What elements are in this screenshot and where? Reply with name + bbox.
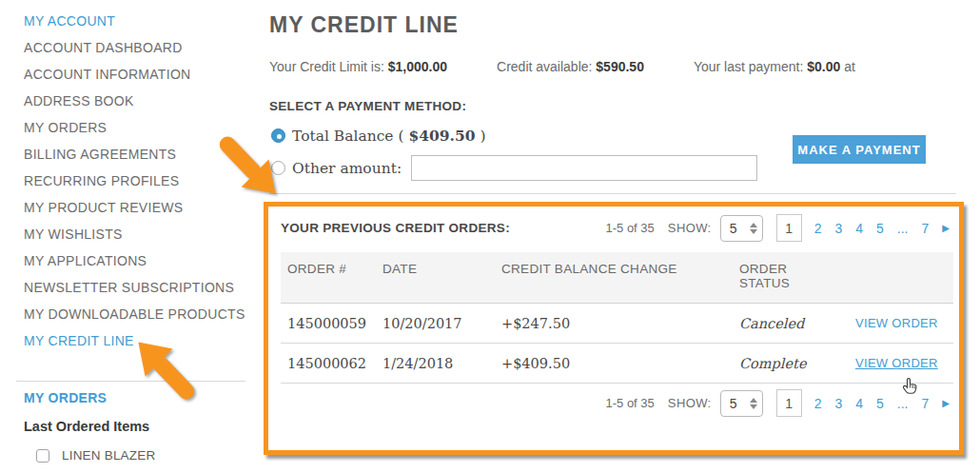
pager-bottom: 1-5 of 35 SHOW: 5 1 2 3 4 5 ... 7 ▶	[605, 389, 950, 417]
pager-range: 1-5 of 35	[605, 221, 654, 235]
pager-range: 1-5 of 35	[605, 396, 654, 410]
sidebar-item-my-applications[interactable]: MY APPLICATIONS	[24, 247, 262, 274]
cell-status: Complete	[733, 356, 849, 371]
sidebar-item-account-information[interactable]: ACCOUNT INFORMATION	[24, 61, 262, 88]
other-amount-input[interactable]	[411, 155, 757, 181]
orders-toolbar-bottom: 1-5 of 35 SHOW: 5 1 2 3 4 5 ... 7 ▶	[281, 389, 950, 417]
payment-method-heading: SELECT A PAYMENT METHOD:	[269, 99, 466, 113]
page-current: 1	[776, 214, 802, 242]
page-link-2[interactable]: 2	[814, 396, 822, 411]
page-link-3[interactable]: 3	[834, 221, 842, 236]
content-divider	[269, 193, 956, 194]
sidebar-item-account-dashboard[interactable]: ACCOUNT DASHBOARD	[24, 34, 262, 61]
cell-order-number: 145000062	[281, 356, 376, 371]
last-ordered-item-row: LINEN BLAZER	[36, 448, 155, 463]
total-balance-suffix: )	[480, 128, 485, 145]
credit-available: Credit available: $590.50	[497, 59, 644, 74]
page-link-5[interactable]: 5	[876, 221, 884, 236]
cell-change: +$409.50	[495, 356, 733, 371]
table-row: 145000059 10/20/2017 +$247.50 Canceled V…	[281, 304, 953, 344]
sidebar-item-my-account[interactable]: MY ACCOUNT	[24, 8, 262, 34]
page-link-7[interactable]: 7	[922, 221, 930, 236]
cell-date: 1/24/2018	[376, 356, 495, 371]
cell-order-number: 145000059	[281, 316, 376, 331]
pager-top: 1-5 of 35 SHOW: 5 1 2 3 4 5 ... 7 ▶	[605, 214, 950, 242]
col-order-number: ORDER #	[281, 252, 376, 303]
total-balance-option[interactable]: Total Balance ( $409.50 )	[271, 127, 486, 145]
sidebar-item-my-wishlists[interactable]: MY WISHLISTS	[24, 221, 262, 247]
orders-table-header: ORDER # DATE CREDIT BALANCE CHANGE ORDER…	[281, 252, 953, 304]
total-balance-amount: $409.50	[408, 127, 475, 145]
page-link-2[interactable]: 2	[814, 221, 822, 236]
col-actions	[849, 252, 953, 303]
last-payment-suffix: at	[844, 59, 855, 74]
stepper-icon	[750, 223, 757, 234]
page-link-5[interactable]: 5	[876, 396, 884, 411]
last-payment-label: Your last payment:	[694, 59, 803, 74]
page-title: MY CREDIT LINE	[269, 12, 459, 38]
callout-arrow-to-credit-line-icon	[130, 334, 199, 403]
view-order-link[interactable]: VIEW ORDER	[849, 316, 953, 330]
col-credit-balance-change: CREDIT BALANCE CHANGE	[495, 252, 733, 303]
cell-status: Canceled	[733, 316, 849, 331]
cell-change: +$247.50	[495, 316, 733, 331]
per-page-select[interactable]: 5	[720, 215, 763, 242]
product-checkbox[interactable]	[36, 449, 49, 463]
per-page-select[interactable]: 5	[720, 390, 763, 417]
credit-limit-label: Your Credit Limit is:	[269, 59, 384, 74]
sidebar-item-address-book[interactable]: ADDRESS BOOK	[24, 88, 262, 114]
other-amount-option[interactable]: Other amount:	[271, 155, 757, 181]
page-current: 1	[776, 389, 802, 417]
credit-summary: Your Credit Limit is: $1,000.00 Credit a…	[269, 59, 905, 74]
next-page-icon[interactable]: ▶	[942, 398, 950, 408]
page-link-7[interactable]: 7	[922, 396, 930, 411]
page-link-4[interactable]: 4	[855, 221, 863, 236]
view-order-link[interactable]: VIEW ORDER	[849, 356, 953, 370]
next-page-icon[interactable]: ▶	[942, 223, 950, 233]
page-ellipsis: ...	[897, 221, 909, 236]
credit-available-label: Credit available:	[497, 59, 592, 74]
last-ordered-items-heading: Last Ordered Items	[24, 419, 149, 434]
total-balance-label: Total Balance ( $409.50 )	[292, 127, 486, 145]
table-row: 145000062 1/24/2018 +$409.50 Complete VI…	[281, 344, 953, 384]
last-payment: Your last payment: $0.00 at	[694, 59, 855, 74]
orders-toolbar-top: YOUR PREVIOUS CREDIT ORDERS: 1-5 of 35 S…	[281, 214, 950, 242]
credit-available-value: $590.50	[596, 59, 644, 74]
sidebar-item-my-downloadable-products[interactable]: MY DOWNLOADABLE PRODUCTS	[24, 301, 262, 327]
credit-limit: Your Credit Limit is: $1,000.00	[269, 59, 447, 74]
previous-orders-heading: YOUR PREVIOUS CREDIT ORDERS:	[281, 221, 510, 235]
product-label[interactable]: LINEN BLAZER	[62, 448, 155, 463]
other-amount-label: Other amount:	[292, 160, 402, 177]
sidebar-item-newsletter-subscriptions[interactable]: NEWSLETTER SUBSCRIPTIONS	[24, 274, 262, 301]
callout-arrow-to-orders-icon	[215, 133, 284, 202]
hand-cursor-icon	[902, 377, 919, 396]
previous-credit-orders-panel: YOUR PREVIOUS CREDIT ORDERS: 1-5 of 35 S…	[264, 202, 964, 455]
page-ellipsis: ...	[897, 396, 909, 411]
page-link-4[interactable]: 4	[855, 396, 863, 411]
last-payment-value: $0.00	[807, 59, 840, 74]
col-date: DATE	[376, 252, 495, 303]
credit-limit-value: $1,000.00	[388, 59, 447, 74]
orders-table: ORDER # DATE CREDIT BALANCE CHANGE ORDER…	[281, 252, 953, 384]
make-payment-button[interactable]: MAKE A PAYMENT	[793, 135, 926, 164]
total-balance-prefix: Total Balance (	[292, 128, 403, 145]
per-page-value: 5	[730, 221, 737, 236]
per-page-value: 5	[730, 396, 737, 411]
sidebar-my-orders-heading[interactable]: MY ORDERS	[24, 390, 107, 405]
cell-date: 10/20/2017	[376, 316, 495, 331]
pager-show-label: SHOW:	[668, 396, 712, 410]
col-order-status: ORDER STATUS	[733, 252, 823, 303]
pager-show-label: SHOW:	[668, 221, 712, 235]
page-link-3[interactable]: 3	[834, 396, 842, 411]
stepper-icon	[750, 398, 757, 409]
